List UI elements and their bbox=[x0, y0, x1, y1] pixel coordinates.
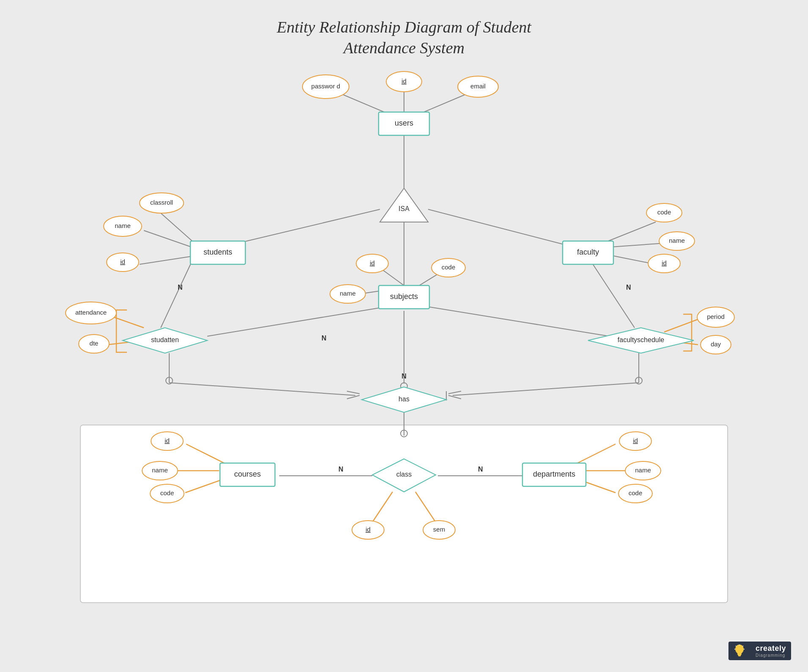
line-subjects-facultyschedule bbox=[422, 306, 609, 336]
attr-subjects-name-text: name bbox=[340, 290, 356, 297]
attr-faculty-name-text: name bbox=[669, 237, 685, 244]
card-n-faculty: N bbox=[626, 284, 631, 291]
rel-class-label: class bbox=[396, 471, 412, 478]
attr-attendance-text: attendance bbox=[75, 309, 107, 316]
attr-subjects-code-text: code bbox=[442, 263, 456, 271]
line-subjects-id bbox=[381, 269, 404, 285]
bracket-studatten bbox=[116, 310, 127, 352]
card-n-class-depts: N bbox=[478, 466, 483, 473]
svg-rect-1 bbox=[737, 653, 742, 655]
entity-subjects-label: subjects bbox=[390, 292, 418, 301]
attr-class-id-text: id bbox=[366, 526, 371, 533]
line-subjects-studatten bbox=[207, 307, 387, 336]
main-container: Entity Relationship Diagram of Student A… bbox=[0, 0, 808, 672]
card-n-students: N bbox=[178, 284, 183, 291]
attr-dte-text: dte bbox=[90, 340, 99, 347]
attr-courses-code-text: code bbox=[160, 489, 174, 496]
logo-sub: Diagramming bbox=[756, 653, 786, 658]
card-n-subjects-studatten: N bbox=[322, 335, 327, 342]
attr-class-sem-text: sem bbox=[433, 526, 445, 533]
logo-text-container: creately Diagramming bbox=[750, 642, 791, 660]
attr-faculty-id-text: id bbox=[662, 259, 667, 266]
attr-courses-name-text: name bbox=[152, 466, 168, 474]
crows-foot-1 bbox=[347, 391, 360, 394]
title-line1: Entity Relationship Diagram of Student bbox=[277, 18, 531, 36]
card-n-has: N bbox=[401, 373, 407, 380]
title-line2: Attendance System bbox=[344, 39, 464, 57]
line-faculty-facultyschedule bbox=[590, 260, 635, 328]
logo-brand: creately bbox=[756, 644, 786, 653]
line-students-id bbox=[140, 256, 195, 264]
line-students-classroll bbox=[157, 209, 195, 243]
rel-studatten-label: studatten bbox=[151, 336, 179, 343]
attr-users-email-text: email bbox=[470, 82, 486, 90]
logo-bulb-bg bbox=[728, 642, 750, 660]
line-students-name bbox=[144, 230, 192, 247]
line-faculty-code bbox=[603, 222, 656, 243]
card-n-class-courses: N bbox=[338, 466, 344, 473]
inner-box bbox=[80, 425, 728, 603]
logo-area: creately Diagramming bbox=[728, 642, 791, 660]
line-facultyschedule-has bbox=[453, 383, 639, 395]
bracket-fschedule bbox=[683, 314, 692, 351]
line-students-studatten bbox=[161, 260, 192, 328]
attr-users-password-text: passwor d bbox=[311, 82, 340, 90]
attr-depts-id-text: id bbox=[633, 437, 638, 444]
rel-has-label: has bbox=[399, 395, 409, 403]
rel-facultyschedule-label: facultyschedule bbox=[618, 336, 664, 343]
svg-rect-2 bbox=[738, 655, 741, 656]
attr-students-name-text: name bbox=[115, 222, 131, 229]
entity-courses-label: courses bbox=[234, 470, 261, 478]
attr-day-text: day bbox=[711, 340, 721, 348]
isa-label: ISA bbox=[399, 205, 409, 212]
attr-students-id-text: id bbox=[120, 258, 125, 265]
entity-faculty-label: faculty bbox=[577, 248, 599, 256]
crows-foot-r2 bbox=[448, 395, 461, 399]
crows-foot-2 bbox=[347, 395, 360, 399]
attr-faculty-code-text: code bbox=[657, 208, 671, 216]
attr-courses-id-text: id bbox=[165, 437, 170, 444]
svg-rect-3 bbox=[738, 656, 741, 656]
attr-period-text: period bbox=[707, 313, 725, 320]
attr-subjects-id-text: id bbox=[370, 259, 375, 266]
attr-depts-name-text: name bbox=[635, 466, 651, 474]
line-studatten-has bbox=[169, 383, 355, 395]
line-isa-faculty bbox=[428, 209, 575, 247]
entity-users-label: users bbox=[395, 119, 413, 127]
bulb-icon bbox=[734, 644, 745, 658]
svg-line-6 bbox=[742, 646, 743, 647]
er-diagram: N N N N bbox=[25, 66, 783, 641]
attr-users-id-text: id bbox=[401, 77, 407, 85]
entity-students-label: students bbox=[203, 248, 232, 256]
attr-students-classroll-text: classroll bbox=[150, 199, 173, 206]
svg-line-5 bbox=[736, 646, 737, 647]
line-fschedule-period bbox=[664, 319, 698, 332]
diagram-title: Entity Relationship Diagram of Student A… bbox=[0, 0, 808, 67]
attr-depts-code-text: code bbox=[629, 489, 643, 496]
crows-foot-r1 bbox=[448, 391, 461, 394]
svg-point-0 bbox=[735, 645, 744, 654]
entity-departments-label: departments bbox=[533, 470, 575, 478]
